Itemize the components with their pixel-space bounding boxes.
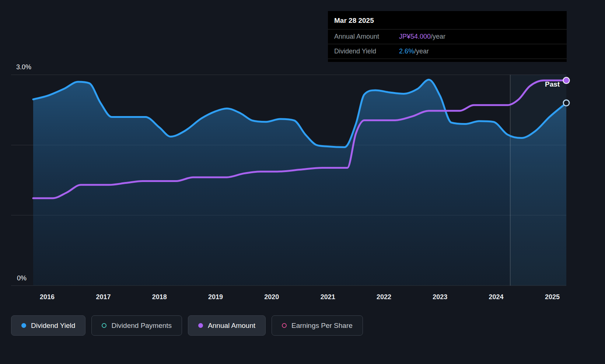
legend-dividend-yield-label: Dividend Yield — [31, 322, 75, 330]
past-label: Past — [545, 80, 560, 88]
svg-text:2019: 2019 — [208, 293, 223, 301]
dividend-payments-marker-icon — [102, 323, 106, 328]
tooltip-annual-amount-suffix: /year — [431, 33, 445, 40]
svg-text:2017: 2017 — [96, 293, 111, 301]
annual-amount-marker-icon — [198, 323, 203, 328]
tooltip-annual-amount-value: JP¥54.000 — [399, 33, 431, 40]
svg-text:2023: 2023 — [433, 293, 447, 301]
legend-earnings-per-share-label: Earnings Per Share — [291, 322, 353, 330]
legend-annual-amount-button[interactable]: Annual Amount — [188, 315, 266, 336]
chart-legend: Dividend YieldDividend PaymentsAnnual Am… — [11, 315, 363, 336]
svg-text:2025: 2025 — [545, 293, 560, 301]
legend-earnings-per-share-button[interactable]: Earnings Per Share — [272, 315, 363, 336]
tooltip-dividend-yield-suffix: /year — [414, 48, 429, 55]
tooltip-annual-amount-label: Annual Amount — [334, 33, 399, 41]
tooltip-row-annual-amount: Annual Amount JP¥54.000/year — [328, 29, 567, 44]
tooltip-date: Mar 28 2025 — [328, 11, 567, 29]
legend-dividend-payments-label: Dividend Payments — [111, 322, 172, 330]
chart-tooltip: Mar 28 2025 Annual Amount JP¥54.000/year… — [328, 11, 567, 62]
svg-text:2021: 2021 — [321, 293, 335, 301]
legend-annual-amount-label: Annual Amount — [208, 322, 255, 330]
dividend-history-chart: 2016201720182019202020212022202320242025… — [0, 0, 605, 364]
legend-dividend-yield-button[interactable]: Dividend Yield — [11, 315, 85, 336]
svg-text:2022: 2022 — [377, 293, 391, 301]
earnings-per-share-marker-icon — [282, 323, 287, 328]
y-axis-top-label: 3.0% — [16, 63, 31, 71]
dividend-yield-marker-icon — [21, 323, 26, 328]
tooltip-dividend-yield-label: Dividend Yield — [334, 48, 399, 55]
tooltip-row-dividend-yield: Dividend Yield 2.6%/year — [328, 44, 567, 59]
svg-text:2024: 2024 — [489, 293, 504, 301]
tooltip-dividend-yield-value: 2.6% — [399, 48, 414, 55]
svg-text:2020: 2020 — [264, 293, 279, 301]
svg-text:2016: 2016 — [40, 293, 55, 301]
legend-dividend-payments-button[interactable]: Dividend Payments — [91, 315, 182, 336]
y-axis-bottom-label: 0% — [17, 274, 27, 282]
svg-text:2018: 2018 — [152, 293, 167, 301]
